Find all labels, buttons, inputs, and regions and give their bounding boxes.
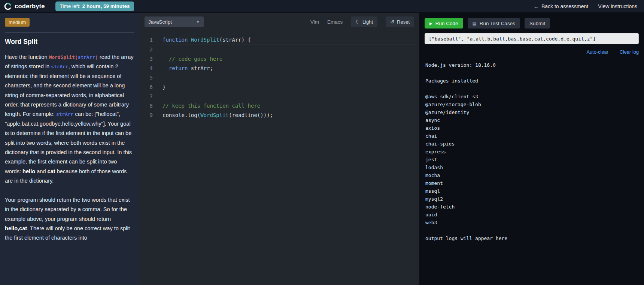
- submit-button[interactable]: Submit: [525, 18, 550, 28]
- logo-text: coderbyte: [15, 3, 45, 10]
- difficulty-badge: medium: [5, 18, 30, 27]
- run-code-button[interactable]: ▶ Run Code: [425, 18, 463, 28]
- back-to-assessment-label: Back to assessment: [541, 3, 588, 9]
- main-content: medium Word Split Have the function Word…: [0, 13, 644, 285]
- code-line[interactable]: 3 // code goes here: [139, 54, 419, 64]
- language-select-value: JavaScript: [148, 19, 172, 25]
- code-editor[interactable]: 1function WordSplit(strArr) {23 // code …: [139, 31, 419, 285]
- console-links: Auto-clear Clear log: [425, 49, 639, 55]
- emacs-mode-toggle[interactable]: Emacs: [327, 19, 343, 25]
- divider: [5, 32, 134, 33]
- code-line[interactable]: 5: [139, 73, 419, 82]
- code-line[interactable]: 6}: [139, 82, 419, 92]
- problem-title: Word Split: [5, 38, 134, 46]
- back-to-assessment-link[interactable]: ← Back to assessment: [534, 3, 588, 9]
- dropdown-caret-icon: ▼: [196, 20, 200, 24]
- coderbyte-logo-icon: [4, 2, 12, 10]
- time-left-value: 2 hours, 59 minutes: [82, 3, 130, 9]
- console-output: Node.js version: 18.16.0 Packages instal…: [425, 61, 639, 242]
- header: coderbyte Time left: 2 hours, 59 minutes…: [0, 0, 644, 13]
- editor-toolbar: JavaScript ▼ Vim Emacs ☾ Light ↺ Reset: [139, 13, 419, 31]
- code-line[interactable]: 4 return strArr;: [139, 64, 419, 73]
- run-test-cases-button[interactable]: ▤ Run Test Cases: [468, 18, 520, 28]
- play-icon: ▶: [429, 21, 432, 26]
- reset-button[interactable]: ↺ Reset: [386, 16, 414, 27]
- reset-label: Reset: [397, 19, 410, 25]
- view-instructions-link[interactable]: View instructions: [598, 3, 637, 9]
- code-line[interactable]: 8// keep this function call here: [139, 101, 419, 111]
- run-test-cases-label: Run Test Cases: [480, 21, 515, 26]
- app-root: coderbyte Time left: 2 hours, 59 minutes…: [0, 0, 644, 285]
- editor-toolbar-right: Vim Emacs ☾ Light ↺ Reset: [310, 16, 414, 27]
- test-cases-icon: ▤: [473, 21, 477, 26]
- console-panel: ▶ Run Code ▤ Run Test Cases Submit Auto-…: [419, 13, 644, 285]
- code-line[interactable]: 9console.log(WordSplit(readline()));: [139, 111, 419, 120]
- problem-paragraph: Your program should return the two words…: [5, 195, 134, 243]
- problem-panel: medium Word Split Have the function Word…: [0, 13, 139, 285]
- editor-panel: JavaScript ▼ Vim Emacs ☾ Light ↺ Reset: [139, 13, 419, 285]
- code-line[interactable]: 2: [139, 45, 419, 54]
- code-line[interactable]: 1function WordSplit(strArr) {: [139, 35, 419, 45]
- console-toolbar: ▶ Run Code ▤ Run Test Cases Submit: [425, 18, 639, 28]
- clear-log-link[interactable]: Clear log: [620, 49, 639, 55]
- header-actions: ← Back to assessment View instructions: [534, 3, 637, 9]
- code-line[interactable]: 7: [139, 92, 419, 101]
- theme-toggle-button[interactable]: ☾ Light: [351, 16, 377, 27]
- time-left-badge: Time left: 2 hours, 59 minutes: [55, 2, 134, 11]
- run-code-label: Run Code: [435, 21, 458, 26]
- language-select[interactable]: JavaScript ▼: [145, 16, 204, 27]
- problem-paragraph: Have the function WordSplit(strArr) read…: [5, 52, 134, 186]
- console-input[interactable]: [425, 33, 639, 44]
- auto-clear-link[interactable]: Auto-clear: [586, 49, 608, 55]
- back-arrow-icon: ←: [534, 3, 539, 9]
- moon-icon: ☾: [355, 19, 360, 25]
- time-left-label: Time left:: [60, 3, 80, 9]
- vim-mode-toggle[interactable]: Vim: [310, 19, 319, 25]
- theme-toggle-label: Light: [362, 19, 373, 25]
- reset-icon: ↺: [390, 19, 394, 25]
- problem-description: Have the function WordSplit(strArr) read…: [5, 52, 134, 243]
- coderbyte-logo: coderbyte: [4, 2, 45, 10]
